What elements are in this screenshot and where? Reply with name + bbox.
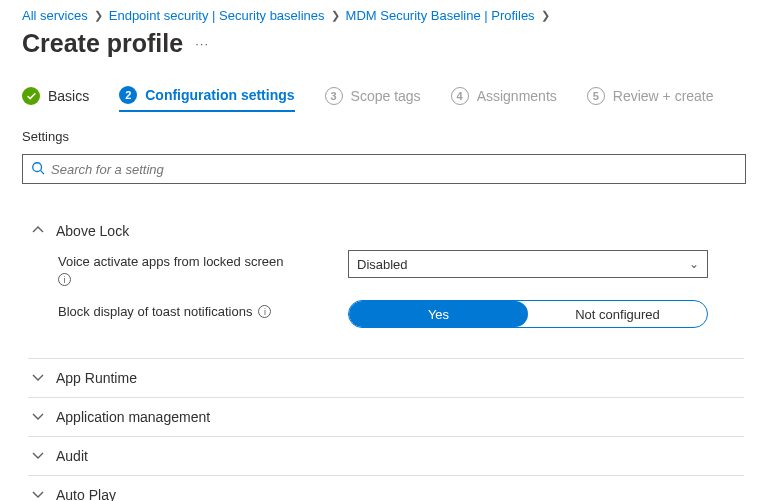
breadcrumb-link[interactable]: All services xyxy=(22,8,88,23)
group-header-above-lock[interactable]: Above Lock xyxy=(28,212,744,250)
svg-point-0 xyxy=(33,162,42,171)
step-review-create[interactable]: 5 Review + create xyxy=(587,86,714,112)
setting-label: Voice activate apps from locked screen xyxy=(58,254,348,269)
toggle-option-not-configured[interactable]: Not configured xyxy=(528,301,707,327)
info-icon[interactable]: i xyxy=(258,305,271,318)
group-header-application-management[interactable]: Application management xyxy=(28,398,744,436)
group-auto-play: Auto Play xyxy=(28,476,744,501)
search-input-wrapper[interactable] xyxy=(22,154,746,184)
block-toast-toggle[interactable]: Yes Not configured xyxy=(348,300,708,328)
group-title: Audit xyxy=(56,448,88,464)
group-header-audit[interactable]: Audit xyxy=(28,437,744,475)
settings-accordion: Above Lock Voice activate apps from lock… xyxy=(28,212,744,501)
group-audit: Audit xyxy=(28,437,744,476)
search-input[interactable] xyxy=(51,162,737,177)
group-application-management: Application management xyxy=(28,398,744,437)
wizard-stepper: Basics 2 Configuration settings 3 Scope … xyxy=(22,86,746,113)
group-header-app-runtime[interactable]: App Runtime xyxy=(28,359,744,397)
group-header-auto-play[interactable]: Auto Play xyxy=(28,476,744,501)
step-number-badge: 3 xyxy=(325,87,343,105)
chevron-down-icon xyxy=(32,487,44,501)
setting-block-toast: Block display of toast notifications i Y… xyxy=(58,300,744,328)
step-number-badge: 5 xyxy=(587,87,605,105)
chevron-down-icon xyxy=(32,448,44,464)
setting-voice-activate: Voice activate apps from locked screen i… xyxy=(58,250,744,286)
check-icon xyxy=(22,87,40,105)
breadcrumb-link[interactable]: Endpoint security | Security baselines xyxy=(109,8,325,23)
group-title: Application management xyxy=(56,409,210,425)
step-number-badge: 2 xyxy=(119,86,137,104)
setting-label: Block display of toast notifications xyxy=(58,304,252,319)
step-scope-tags[interactable]: 3 Scope tags xyxy=(325,86,421,112)
info-icon[interactable]: i xyxy=(58,273,71,286)
breadcrumb: All services ❯ Endpoint security | Secur… xyxy=(22,8,746,23)
step-configuration-settings[interactable]: 2 Configuration settings xyxy=(119,86,294,112)
step-label: Assignments xyxy=(477,88,557,104)
breadcrumb-link[interactable]: MDM Security Baseline | Profiles xyxy=(346,8,535,23)
page-title: Create profile xyxy=(22,29,183,58)
step-label: Scope tags xyxy=(351,88,421,104)
chevron-down-icon xyxy=(32,409,44,425)
step-label: Basics xyxy=(48,88,89,104)
more-actions-button[interactable]: ··· xyxy=(195,36,209,51)
step-basics[interactable]: Basics xyxy=(22,86,89,112)
search-icon xyxy=(31,161,45,178)
toggle-option-yes[interactable]: Yes xyxy=(349,301,528,327)
voice-activate-select[interactable]: Disabled ⌄ xyxy=(348,250,708,278)
group-title: Auto Play xyxy=(56,487,116,501)
chevron-down-icon: ⌄ xyxy=(689,257,699,271)
group-above-lock: Above Lock Voice activate apps from lock… xyxy=(28,212,744,359)
group-title: Above Lock xyxy=(56,223,129,239)
step-assignments[interactable]: 4 Assignments xyxy=(451,86,557,112)
step-label: Configuration settings xyxy=(145,87,294,103)
step-label: Review + create xyxy=(613,88,714,104)
step-number-badge: 4 xyxy=(451,87,469,105)
group-app-runtime: App Runtime xyxy=(28,359,744,398)
select-value: Disabled xyxy=(357,257,408,272)
chevron-down-icon xyxy=(32,370,44,386)
settings-heading: Settings xyxy=(22,129,746,144)
group-title: App Runtime xyxy=(56,370,137,386)
chevron-up-icon xyxy=(32,223,44,239)
chevron-right-icon: ❯ xyxy=(94,9,103,22)
chevron-right-icon: ❯ xyxy=(331,9,340,22)
svg-line-1 xyxy=(41,170,45,174)
chevron-right-icon: ❯ xyxy=(541,9,550,22)
